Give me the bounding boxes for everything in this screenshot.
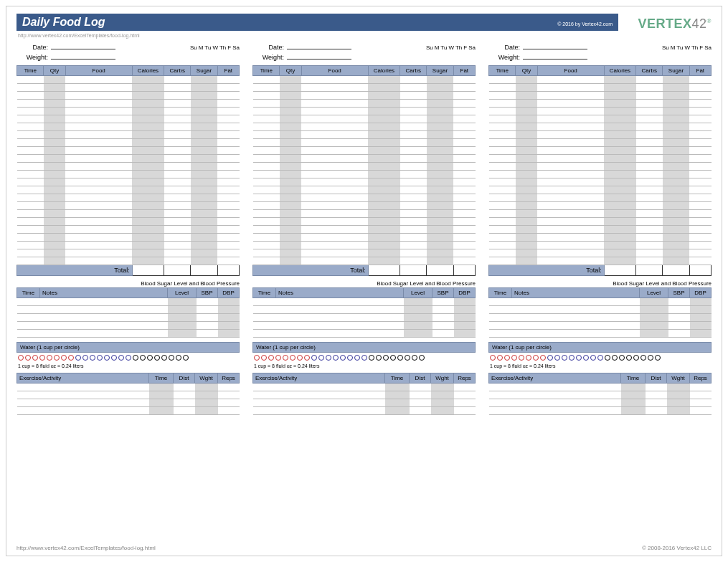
food-cell[interactable]	[489, 242, 516, 249]
food-cell[interactable]	[164, 249, 191, 257]
food-cell[interactable]	[17, 242, 44, 249]
food-cell[interactable]	[368, 186, 400, 194]
water-circle-icon[interactable]	[140, 355, 146, 361]
food-cell[interactable]	[17, 178, 44, 186]
water-circle-icon[interactable]	[104, 355, 110, 361]
food-cell[interactable]	[280, 171, 301, 178]
food-cell[interactable]	[400, 100, 427, 108]
food-cell[interactable]	[132, 147, 164, 155]
food-cell[interactable]	[17, 92, 44, 100]
bp-cell[interactable]	[668, 322, 690, 330]
bp-cell[interactable]	[489, 306, 512, 314]
exercise-cell[interactable]	[621, 391, 646, 399]
bp-cell[interactable]	[17, 322, 40, 330]
food-cell[interactable]	[537, 202, 604, 210]
exercise-cell[interactable]	[218, 384, 240, 391]
food-cell[interactable]	[164, 100, 191, 108]
food-cell[interactable]	[453, 178, 475, 186]
food-cell[interactable]	[65, 186, 132, 194]
food-cell[interactable]	[689, 234, 711, 242]
food-cell[interactable]	[663, 178, 689, 186]
food-cell[interactable]	[368, 84, 400, 92]
food-cell[interactable]	[191, 257, 217, 265]
bp-cell[interactable]	[197, 314, 218, 322]
food-cell[interactable]	[516, 186, 537, 194]
bp-cell[interactable]	[489, 314, 512, 322]
date-field[interactable]	[287, 42, 351, 49]
food-cell[interactable]	[368, 249, 400, 257]
water-circle-icon[interactable]	[147, 355, 153, 361]
food-cell[interactable]	[44, 100, 65, 108]
total-fat[interactable]	[217, 265, 239, 276]
food-cell[interactable]	[280, 178, 301, 186]
food-cell[interactable]	[253, 163, 280, 171]
food-cell[interactable]	[489, 218, 516, 226]
food-cell[interactable]	[301, 76, 368, 84]
food-cell[interactable]	[604, 84, 635, 92]
food-cell[interactable]	[689, 226, 711, 234]
water-circle-icon[interactable]	[118, 355, 124, 361]
water-circle-icon[interactable]	[97, 355, 103, 361]
bp-cell[interactable]	[489, 298, 512, 306]
water-circle-icon[interactable]	[655, 355, 661, 361]
exercise-cell[interactable]	[253, 399, 385, 407]
food-cell[interactable]	[537, 139, 604, 147]
water-circle-icon[interactable]	[640, 355, 646, 361]
food-cell[interactable]	[44, 139, 65, 147]
food-cell[interactable]	[17, 226, 44, 234]
bp-cell[interactable]	[690, 306, 712, 314]
food-cell[interactable]	[400, 186, 427, 194]
food-cell[interactable]	[516, 76, 537, 84]
food-cell[interactable]	[132, 242, 164, 249]
bp-cell[interactable]	[197, 298, 218, 306]
bp-cell[interactable]	[432, 314, 454, 322]
food-cell[interactable]	[453, 249, 475, 257]
food-cell[interactable]	[253, 171, 280, 178]
day-selector[interactable]: SuMTuWThFSa	[189, 44, 240, 51]
water-circle-icon[interactable]	[526, 355, 531, 361]
bp-cell[interactable]	[276, 322, 404, 330]
exercise-cell[interactable]	[385, 384, 410, 391]
food-cell[interactable]	[253, 123, 280, 131]
food-cell[interactable]	[65, 171, 132, 178]
food-cell[interactable]	[191, 147, 217, 155]
bp-cell[interactable]	[17, 330, 40, 338]
food-cell[interactable]	[489, 202, 516, 210]
food-cell[interactable]	[689, 242, 711, 249]
food-cell[interactable]	[604, 202, 635, 210]
food-cell[interactable]	[400, 92, 427, 100]
food-cell[interactable]	[516, 210, 537, 218]
food-cell[interactable]	[453, 131, 475, 139]
food-cell[interactable]	[164, 186, 191, 194]
food-cell[interactable]	[191, 210, 217, 218]
exercise-cell[interactable]	[667, 391, 690, 399]
food-cell[interactable]	[280, 131, 301, 139]
total-calories[interactable]	[368, 265, 400, 276]
bp-cell[interactable]	[404, 314, 432, 322]
food-cell[interactable]	[253, 194, 280, 202]
food-cell[interactable]	[132, 139, 164, 147]
food-cell[interactable]	[516, 242, 537, 249]
water-circle-icon[interactable]	[25, 355, 31, 361]
food-cell[interactable]	[368, 115, 400, 123]
food-cell[interactable]	[537, 186, 604, 194]
food-cell[interactable]	[489, 123, 516, 131]
food-cell[interactable]	[17, 139, 44, 147]
food-cell[interactable]	[604, 139, 635, 147]
food-cell[interactable]	[164, 123, 191, 131]
food-cell[interactable]	[489, 194, 516, 202]
food-cell[interactable]	[164, 171, 191, 178]
food-cell[interactable]	[489, 171, 516, 178]
water-circle-icon[interactable]	[576, 355, 582, 361]
exercise-cell[interactable]	[454, 384, 476, 391]
total-carbs[interactable]	[636, 265, 663, 276]
exercise-cell[interactable]	[690, 399, 712, 407]
food-cell[interactable]	[537, 100, 604, 108]
exercise-cell[interactable]	[489, 391, 621, 399]
food-cell[interactable]	[253, 178, 280, 186]
food-cell[interactable]	[217, 226, 239, 234]
food-cell[interactable]	[280, 257, 301, 265]
bp-cell[interactable]	[454, 322, 476, 330]
water-circle-icon[interactable]	[590, 355, 596, 361]
food-cell[interactable]	[65, 210, 132, 218]
